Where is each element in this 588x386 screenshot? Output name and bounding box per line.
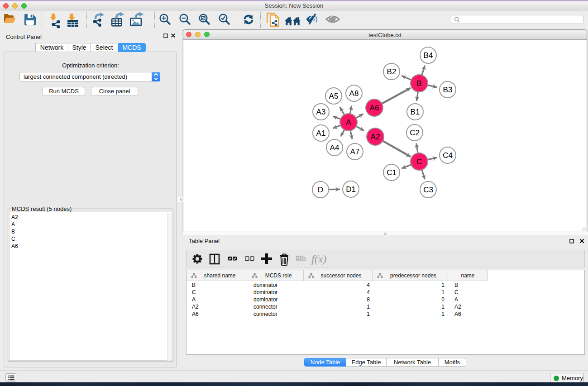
- svg-text:A3: A3: [316, 108, 326, 116]
- svg-text:C2: C2: [410, 129, 420, 137]
- svg-text:A1: A1: [316, 129, 326, 138]
- svg-text:A: A: [346, 118, 351, 127]
- svg-text:D1: D1: [346, 185, 356, 194]
- svg-text:B4: B4: [424, 51, 433, 60]
- svg-text:C1: C1: [387, 168, 397, 177]
- svg-text:f(x): f(x): [311, 253, 326, 265]
- svg-text:A7: A7: [350, 148, 360, 156]
- svg-text:D: D: [318, 186, 323, 194]
- svg-text:A2: A2: [371, 133, 380, 141]
- svg-text:B2: B2: [387, 67, 397, 76]
- svg-text:C4: C4: [443, 151, 453, 160]
- svg-text:B: B: [416, 79, 421, 88]
- svg-text:B1: B1: [411, 108, 420, 116]
- svg-text:B3: B3: [443, 86, 453, 94]
- svg-text:A4: A4: [330, 143, 339, 152]
- svg-text:C: C: [416, 157, 422, 166]
- svg-text:A8: A8: [349, 89, 359, 98]
- svg-text:A6: A6: [370, 104, 379, 112]
- svg-text:C3: C3: [423, 186, 433, 194]
- svg-text:A5: A5: [329, 92, 339, 100]
